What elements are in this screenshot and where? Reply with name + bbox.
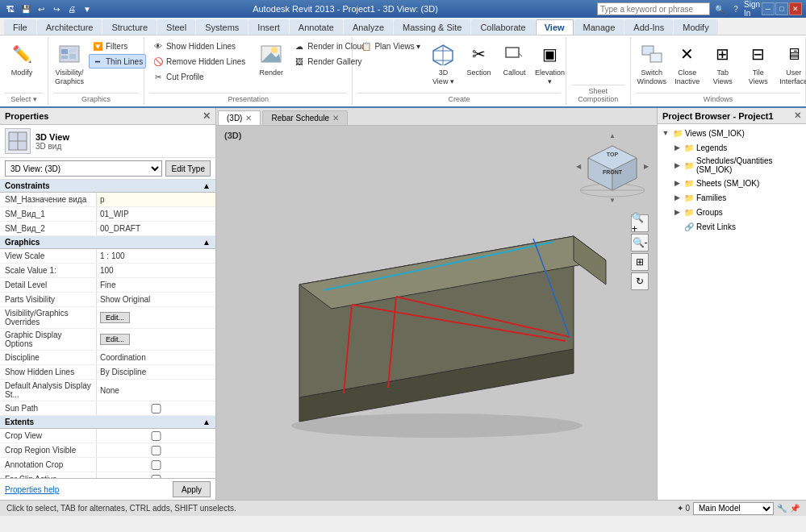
prop-label-default-analysis: Default Analysis Display St... (0, 380, 97, 401)
close-btn[interactable]: ✕ (789, 2, 802, 15)
search-input[interactable] (597, 2, 710, 15)
tree-item-sheets[interactable]: ▶ 📁 Sheets (SM_IOK) (669, 176, 806, 190)
tab-view[interactable]: View (536, 19, 574, 35)
filters-btn[interactable]: 🔽 Filters (89, 39, 146, 53)
zoom-in-btn[interactable]: 🔍+ (631, 214, 649, 232)
modify-btn[interactable]: ✏️ Modify (5, 39, 39, 80)
tab-structure[interactable]: Structure (102, 19, 157, 35)
tree-item-schedules[interactable]: ▶ 📁 Schedules/Quantities (SM_IOK) (669, 155, 806, 176)
tree-item-revit-links[interactable]: 🔗 Revit Links (669, 219, 806, 234)
tab-addins[interactable]: Add-Ins (624, 19, 673, 35)
vg-overrides-edit-btn[interactable]: Edit... (100, 312, 130, 323)
crop-region-checkbox[interactable] (100, 446, 212, 455)
show-hidden-label: Show Hidden Lines (166, 42, 236, 51)
minimize-btn[interactable]: ─ (762, 2, 775, 15)
revit-links-icon: 🔗 (683, 221, 695, 232)
sun-path-checkbox[interactable] (100, 404, 212, 414)
annotation-crop-checkbox[interactable] (100, 460, 212, 470)
properties-apply-button[interactable]: Apply (173, 481, 211, 497)
tree-item-groups[interactable]: ▶ 📁 Groups (669, 205, 806, 219)
user-interface-label: UserInterface (779, 69, 806, 86)
elevation-icon: ▣ (537, 41, 562, 67)
svg-text:▲: ▲ (609, 134, 616, 139)
svg-text:TOP: TOP (607, 152, 619, 157)
maximize-btn[interactable]: □ (775, 2, 788, 15)
tab-views-btn[interactable]: ⊞ TabViews (707, 39, 739, 89)
cut-profile-btn[interactable]: ✂ Cut Profile (149, 69, 248, 84)
properties-help-link[interactable]: Properties help (5, 485, 169, 494)
switch-windows-label: SwitchWindows (637, 69, 667, 86)
fit-view-btn[interactable]: ⊞ (631, 253, 649, 271)
close-inactive-btn[interactable]: ✕ CloseInactive (671, 39, 704, 89)
tab-steel[interactable]: Steel (157, 19, 195, 35)
render-btn[interactable]: Render (255, 39, 287, 80)
prop-row-sun-path: Sun Path (0, 401, 215, 416)
prop-value-crop-visible (97, 443, 215, 457)
graphics-section-header[interactable]: Graphics ▲ (0, 236, 215, 249)
tab-insert[interactable]: Insert (248, 19, 289, 35)
tree-item-views[interactable]: ▼ 📁 Views (SM_IOK) (658, 126, 806, 140)
tab-analyze[interactable]: Analyze (344, 19, 393, 35)
quick-access-undo[interactable]: ↩ (35, 2, 48, 15)
switch-windows-btn[interactable]: SwitchWindows (636, 39, 668, 89)
prop-row-crop-visible: Crop Region Visible (0, 443, 215, 458)
tree-item-families[interactable]: ▶ 📁 Families (669, 190, 806, 205)
navigation-cube[interactable]: TOP FRONT ▲ ▼ ◀ ▶ (576, 134, 649, 206)
view-tab-3d[interactable]: (3D) ✕ (218, 110, 261, 125)
cut-profile-icon: ✂ (152, 71, 164, 82)
view-tab-schedule[interactable]: Rebar Schedule ✕ (262, 110, 348, 125)
prop-value-sm-naznachenie[interactable]: p (97, 193, 215, 206)
model-select[interactable]: Main Model (693, 502, 774, 515)
browser-close[interactable]: ✕ (794, 110, 801, 121)
search-icon[interactable]: 🔍 (713, 2, 726, 15)
tab-file[interactable]: File (4, 19, 36, 35)
edit-type-button[interactable]: Edit Type (165, 160, 211, 177)
sign-in-btn[interactable]: Sign In (745, 2, 758, 15)
3d-view-btn[interactable]: 3D View ▾ (427, 39, 459, 89)
tab-systems[interactable]: Systems (196, 19, 248, 35)
tile-views-btn[interactable]: ⊟ TileViews (742, 39, 775, 89)
quick-access-more[interactable]: ▼ (81, 2, 94, 15)
tab-manage[interactable]: Manage (574, 19, 624, 35)
tab-massing[interactable]: Massing & Site (394, 19, 470, 35)
rotate-btn[interactable]: ↻ (631, 272, 649, 290)
browser-title: Project Browser - Project1 (662, 111, 774, 121)
crop-view-checkbox[interactable] (100, 431, 212, 441)
plan-views-icon: 📋 (361, 40, 372, 52)
quick-access-print[interactable]: 🖨 (65, 2, 78, 15)
plan-views-btn[interactable]: 📋 Plan Views ▾ (357, 39, 424, 53)
prop-row-detail-level: Detail Level Fine (0, 278, 215, 293)
ribbon-items-windows: SwitchWindows ✕ CloseInactive ⊞ TabViews… (636, 39, 800, 93)
groups-arrow: ▶ (672, 207, 682, 217)
show-hidden-btn[interactable]: 👁 Show Hidden Lines (149, 39, 248, 53)
viewport[interactable]: (3D) (216, 126, 657, 500)
view-tab-schedule-close[interactable]: ✕ (332, 114, 339, 123)
user-interface-btn[interactable]: 🖥 UserInterface (778, 39, 806, 89)
view-tab-3d-close[interactable]: ✕ (245, 114, 252, 123)
tab-modify[interactable]: Modify (674, 19, 717, 35)
callout-btn[interactable]: Callout (498, 39, 530, 80)
tab-architecture[interactable]: Architecture (37, 19, 102, 35)
switch-windows-icon (639, 41, 665, 67)
tab-annotate[interactable]: Annotate (290, 19, 343, 35)
visibility-graphics-btn[interactable]: Visibility/Graphics (53, 39, 86, 89)
remove-hidden-btn[interactable]: 🚫 Remove Hidden Lines (149, 54, 248, 69)
prop-view-dropdown[interactable]: 3D View: (3D) (5, 160, 162, 177)
quick-access-redo[interactable]: ↪ (50, 2, 63, 15)
extents-section-header[interactable]: Extents ▲ (0, 416, 215, 429)
elevation-btn[interactable]: ▣ Elevation ▾ (533, 39, 566, 89)
zoom-out-btn[interactable]: 🔍- (631, 234, 649, 251)
tree-item-legends[interactable]: ▶ 📁 Legends (669, 140, 806, 155)
properties-close[interactable]: ✕ (203, 110, 211, 122)
section-btn[interactable]: ✂ Section (462, 39, 495, 80)
svg-rect-3 (69, 49, 76, 52)
prop-row-sm-naznachenie: SM_Назначение вида p (0, 193, 215, 207)
tab-collaborate[interactable]: Collaborate (471, 19, 534, 35)
thin-lines-icon: ━ (92, 56, 103, 67)
constraints-section-header[interactable]: Constraints ▲ (0, 180, 215, 193)
help-icon[interactable]: ? (729, 2, 742, 15)
graphic-display-edit-btn[interactable]: Edit... (100, 334, 130, 345)
quick-access-save[interactable]: 💾 (19, 2, 32, 15)
families-arrow: ▶ (672, 193, 682, 202)
thin-lines-btn[interactable]: ━ Thin Lines (89, 54, 146, 69)
